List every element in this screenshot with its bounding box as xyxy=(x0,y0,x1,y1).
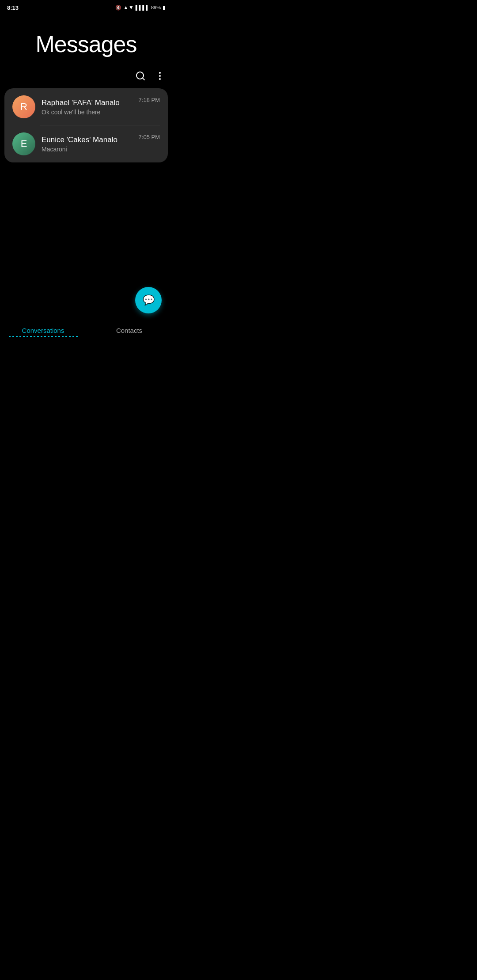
conversation-content: Eunice 'Cakes' Manalo Macaroni xyxy=(42,136,134,153)
svg-line-1 xyxy=(143,78,144,80)
avatar: R xyxy=(12,95,35,118)
compose-icon: 💬 xyxy=(143,294,155,306)
nav-label-conversations: Conversations xyxy=(22,327,64,334)
conversations-list: R Raphael 'FAFA' Manalo Ok cool we'll be… xyxy=(4,88,168,162)
status-time: 8:13 xyxy=(7,4,19,11)
new-message-fab[interactable]: 💬 xyxy=(135,287,162,313)
status-bar: 8:13 🔇 ▲▼ ▌▌▌▌ 89% ▮ xyxy=(0,0,172,13)
bottom-navigation: Conversations Contacts xyxy=(0,321,172,353)
message-preview: Macaroni xyxy=(42,146,134,153)
conversation-content: Raphael 'FAFA' Manalo Ok cool we'll be t… xyxy=(42,98,134,116)
page-title: Messages xyxy=(36,31,137,57)
message-time: 7:18 PM xyxy=(139,97,160,103)
contact-name: Eunice 'Cakes' Manalo xyxy=(42,136,134,144)
avatar: E xyxy=(12,132,35,155)
search-button[interactable] xyxy=(135,71,146,84)
message-preview: Ok cool we'll be there xyxy=(42,109,134,116)
toolbar xyxy=(0,71,172,88)
nav-active-indicator xyxy=(9,336,78,337)
conversation-item[interactable]: E Eunice 'Cakes' Manalo Macaroni 7:05 PM xyxy=(4,125,168,162)
svg-point-3 xyxy=(159,75,161,77)
svg-point-4 xyxy=(159,78,161,80)
conversation-item[interactable]: R Raphael 'FAFA' Manalo Ok cool we'll be… xyxy=(4,88,168,125)
wifi-icon: ▲▼ xyxy=(123,4,134,11)
status-icons: 🔇 ▲▼ ▌▌▌▌ 89% ▮ xyxy=(115,4,165,11)
nav-label-contacts: Contacts xyxy=(116,327,142,334)
more-options-button[interactable] xyxy=(155,71,165,84)
contact-name: Raphael 'FAFA' Manalo xyxy=(42,98,134,107)
battery-percent: 89% xyxy=(151,5,161,10)
message-time: 7:05 PM xyxy=(139,134,160,140)
nav-item-conversations[interactable]: Conversations xyxy=(0,327,86,337)
nav-item-contacts[interactable]: Contacts xyxy=(86,327,172,334)
signal-icon: ▌▌▌▌ xyxy=(136,5,149,10)
mute-icon: 🔇 xyxy=(115,5,121,11)
battery-icon: ▮ xyxy=(163,5,165,11)
page-title-container: Messages xyxy=(0,13,172,71)
svg-point-2 xyxy=(159,72,161,74)
